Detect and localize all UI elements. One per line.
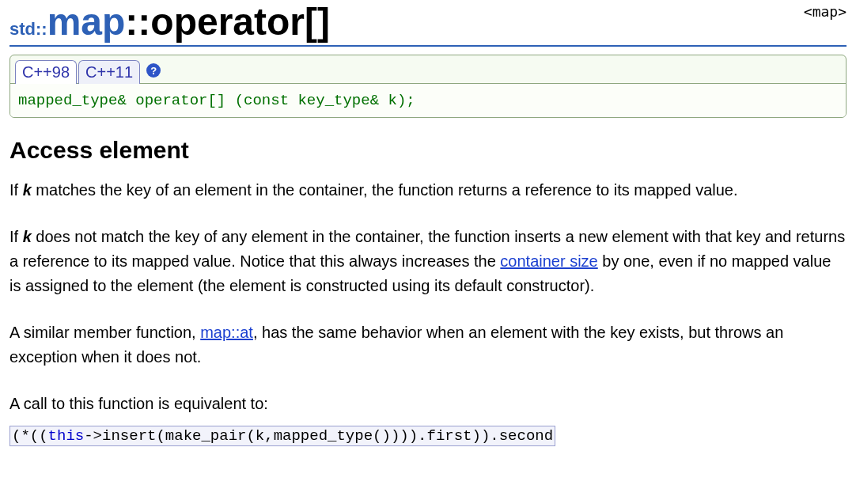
text: A similar member function, (9, 324, 200, 341)
keyword-this: this (48, 427, 85, 445)
function-signature: mapped_type& operator[] (const key_type&… (18, 92, 838, 109)
link-container-size[interactable]: container size (500, 252, 597, 270)
page-header: std:: map ::operator[] <map> (9, 0, 847, 47)
paragraph-1: If k matches the key of an element in th… (9, 178, 847, 203)
tab-cpp98[interactable]: C++98 (15, 60, 77, 84)
tab-cpp11[interactable]: C++11 (78, 60, 140, 84)
include-header: <map> (804, 3, 847, 20)
paragraph-3: A similar member function, map::at, has … (9, 320, 847, 369)
code-text: (*(( (12, 427, 48, 445)
code-panel: mapped_type& operator[] (const key_type&… (10, 83, 846, 117)
paragraph-2: If k does not match the key of any eleme… (9, 225, 847, 298)
title-prefix: std:: (9, 19, 47, 40)
page-title: std:: map ::operator[] (9, 0, 330, 44)
signature-panel: C++98 C++11 ? mapped_type& operator[] (c… (9, 55, 847, 118)
title-suffix: ::operator[] (125, 0, 330, 44)
help-icon[interactable]: ? (146, 63, 161, 78)
link-map-at[interactable]: map::at (200, 324, 253, 341)
paragraph-4: A call to this function is equivalent to… (9, 392, 847, 416)
param-k: k (23, 181, 32, 199)
code-text: ->insert(make_pair(k,mapped_type()))).fi… (84, 427, 553, 445)
text: matches the key of an element in the con… (32, 181, 738, 199)
equivalent-code: (*((this->insert(make_pair(k,mapped_type… (9, 426, 555, 446)
section-heading: Access element (9, 137, 847, 164)
title-main: map (47, 0, 126, 44)
param-k: k (23, 228, 32, 245)
tab-bar: C++98 C++11 ? (10, 55, 846, 84)
text: If (9, 228, 23, 245)
text: If (9, 181, 23, 199)
